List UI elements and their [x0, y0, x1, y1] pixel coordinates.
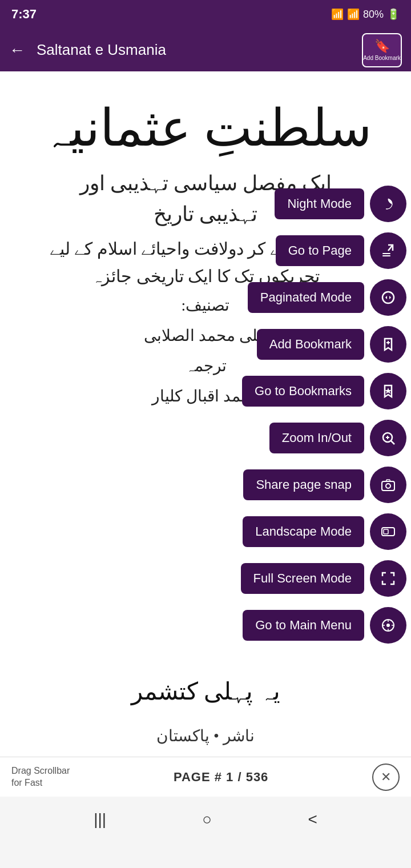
add-bookmark-header-button[interactable]: 🔖 Add Bookmark — [362, 33, 402, 67]
book-publisher: یہ پہلی کتشمر — [0, 677, 411, 705]
go-to-bookmarks-label[interactable]: Go to Bookmarks — [242, 376, 364, 407]
battery-icon: 🔋 — [387, 8, 400, 21]
add-bookmark-label[interactable]: Add Bookmark — [257, 329, 364, 360]
menu-row-add-bookmark: Add Bookmark — [217, 326, 411, 363]
menu-row-landscape-mode: Landscape Mode — [217, 513, 411, 550]
menu-row-paginated-mode: Paginated Mode — [217, 279, 411, 316]
menu-row-go-to-main-menu: Go to Main Menu — [217, 607, 411, 644]
go-to-main-menu-label[interactable]: Go to Main Menu — [243, 610, 364, 641]
go-to-bookmarks-icon-button[interactable] — [370, 373, 406, 409]
add-bookmark-icon-button[interactable] — [370, 326, 406, 363]
nav-home-button[interactable]: ○ — [202, 810, 212, 829]
menu-row-share-page-snap: Share page snap — [217, 467, 411, 503]
nav-back-button[interactable]: < — [308, 810, 317, 829]
svg-rect-0 — [382, 253, 390, 254]
svg-line-8 — [391, 441, 394, 444]
page-indicator: PAGE # 1 / 536 — [174, 770, 268, 785]
go-to-main-menu-icon-button[interactable] — [370, 607, 406, 644]
status-icons: 📶 📶 80% 🔋 — [331, 8, 400, 21]
full-screen-mode-icon-button[interactable] — [370, 560, 406, 597]
svg-point-16 — [386, 624, 390, 627]
full-screen-mode-label[interactable]: Full Screen Mode — [241, 563, 364, 594]
svg-rect-14 — [384, 529, 388, 534]
svg-marker-6 — [385, 388, 392, 394]
status-time: 7:37 — [11, 7, 37, 22]
bookmark-plus-icon: 🔖 — [374, 39, 390, 54]
menu-row-full-screen-mode: Full Screen Mode — [217, 560, 411, 597]
landscape-mode-icon-button[interactable] — [370, 513, 406, 550]
zoom-inout-icon-button[interactable] — [370, 420, 406, 456]
night-mode-label[interactable]: Night Mode — [275, 188, 364, 219]
book-footer: ناشر • پاکستان — [0, 726, 411, 745]
menu-row-go-to-bookmarks: Go to Bookmarks — [217, 373, 411, 409]
signal-icon-1: 📶 — [331, 8, 344, 21]
landscape-mode-label[interactable]: Landscape Mode — [243, 516, 364, 547]
night-mode-icon-button[interactable] — [370, 186, 406, 222]
header: ← Saltanat e Usmania 🔖 Add Bookmark — [0, 29, 411, 71]
go-to-page-icon-button[interactable] — [370, 232, 406, 269]
menu-row-zoom-inout: Zoom In/Out — [217, 420, 411, 456]
svg-point-3 — [382, 292, 394, 303]
close-button[interactable]: ✕ — [372, 763, 400, 791]
header-title: Saltanat e Usmania — [37, 41, 350, 59]
bottom-bar: Drag Scrollbar for Fast PAGE # 1 / 536 ✕ — [0, 757, 411, 797]
zoom-inout-label[interactable]: Zoom In/Out — [269, 423, 364, 453]
status-bar: 7:37 📶 📶 80% 🔋 — [0, 0, 411, 29]
menu-row-go-to-page: Go to Page — [217, 232, 411, 269]
svg-rect-1 — [382, 255, 390, 256]
nav-menu-button[interactable]: ||| — [94, 810, 106, 829]
share-page-snap-label[interactable]: Share page snap — [243, 469, 364, 500]
signal-icon-2: 📶 — [347, 8, 360, 21]
share-page-snap-icon-button[interactable] — [370, 467, 406, 503]
drag-scroll-label: Drag Scrollbar for Fast — [11, 765, 70, 789]
menu-overlay — [217, 71, 411, 186]
bookmark-button-label: Add Bookmark — [363, 55, 401, 61]
back-button[interactable]: ← — [9, 41, 25, 59]
nav-bar: ||| ○ < — [0, 797, 411, 842]
paginated-mode-label[interactable]: Paginated Mode — [248, 282, 364, 313]
main-content: سلطنتِ عثمانیہ ایک مفصل سیاسی تہذیبی اور… — [0, 71, 411, 797]
paginated-mode-icon-button[interactable] — [370, 279, 406, 316]
menu-container: Night ModeGo to PagePaginated ModeAdd Bo… — [217, 186, 411, 654]
go-to-page-label[interactable]: Go to Page — [276, 235, 364, 266]
battery-label: 80% — [363, 9, 384, 21]
svg-rect-11 — [382, 481, 394, 491]
menu-row-night-mode: Night Mode — [217, 186, 411, 222]
svg-point-12 — [386, 484, 390, 488]
